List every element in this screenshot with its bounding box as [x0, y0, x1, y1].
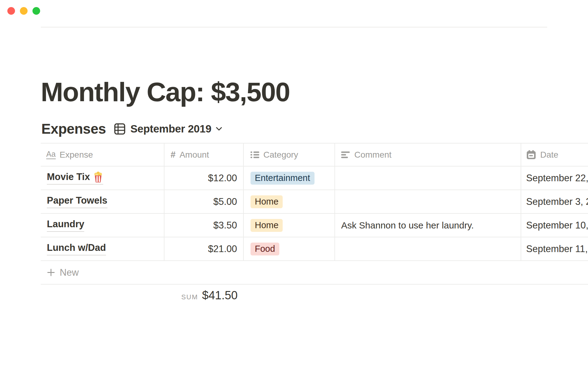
popcorn-emoji: [93, 171, 103, 182]
category-cell[interactable]: Food: [244, 237, 335, 260]
date-cell[interactable]: September 3, 2019: [521, 190, 588, 213]
topbar-divider: [41, 27, 547, 28]
expense-text: Movie Tix: [47, 171, 90, 182]
text-align-property-icon: [341, 151, 350, 159]
date-cell[interactable]: September 10, 2019: [521, 214, 588, 237]
expense-text: Paper Towels: [47, 195, 107, 206]
table-view-icon: [114, 123, 126, 135]
notion-window: Monthly Cap: $3,500 Expenses September 2…: [0, 0, 588, 368]
date-text: September 22, 2019: [526, 173, 588, 184]
category-cell[interactable]: Home: [244, 214, 335, 237]
category-cell[interactable]: Entertainment: [244, 167, 335, 190]
view-name: September 2019: [130, 123, 211, 135]
expense-cell[interactable]: Movie Tix: [41, 167, 164, 190]
zoom-button[interactable]: [32, 7, 40, 15]
new-row-label: New: [60, 267, 79, 278]
expense-title: Lunch w/Dad: [47, 242, 106, 255]
amount-value: $5.00: [213, 196, 237, 207]
column-label: Category: [263, 150, 298, 160]
column-header-comment[interactable]: Comment: [335, 144, 521, 166]
category-tag[interactable]: Entertainment: [251, 172, 315, 185]
date-text: September 3, 2019: [526, 196, 588, 207]
text-property-icon: Aa: [46, 150, 56, 159]
column-header-category[interactable]: Category: [244, 144, 335, 166]
window-controls: [7, 7, 40, 15]
select-property-icon: [251, 151, 259, 159]
table-header-row: Aa Expense # Amount Category: [41, 143, 588, 167]
chevron-down-icon: [216, 127, 222, 131]
comment-cell[interactable]: [335, 237, 521, 260]
amount-value: $21.00: [208, 243, 237, 255]
column-label: Expense: [60, 150, 93, 160]
plus-icon: [47, 268, 55, 277]
comment-cell[interactable]: [335, 190, 521, 213]
category-tag[interactable]: Home: [251, 195, 283, 208]
amount-cell[interactable]: $5.00: [164, 190, 244, 213]
column-header-date[interactable]: Date: [521, 144, 588, 166]
new-row-button[interactable]: New: [41, 261, 588, 285]
table-row: Movie Tix $12.00: [41, 167, 588, 190]
category-tag[interactable]: Food: [251, 243, 279, 255]
expense-title: Paper Towels: [47, 195, 107, 208]
close-button[interactable]: [7, 7, 15, 15]
calendar-property-icon: [526, 150, 536, 160]
table-row: Paper Towels $5.00 Home September 3, 201…: [41, 190, 588, 214]
expense-text: Lunch w/Dad: [47, 242, 106, 253]
date-cell[interactable]: September 11, 2019: [521, 237, 588, 260]
column-header-amount[interactable]: # Amount: [164, 144, 244, 166]
page-title[interactable]: Monthly Cap: $3,500: [41, 77, 290, 107]
expenses-table: Aa Expense # Amount Category: [41, 143, 588, 302]
column-header-expense[interactable]: Aa Expense: [41, 144, 164, 166]
column-label: Amount: [179, 150, 209, 160]
column-label: Comment: [354, 150, 391, 160]
table-row: Lunch w/Dad $21.00 Food September 11, 20…: [41, 237, 588, 261]
sum-value[interactable]: $41.50: [202, 289, 238, 302]
amount-cell[interactable]: $12.00: [164, 167, 244, 190]
number-property-icon: #: [171, 150, 175, 159]
expense-cell[interactable]: Paper Towels: [41, 190, 164, 213]
expense-title: Laundry: [47, 219, 84, 232]
amount-cell[interactable]: $21.00: [164, 237, 244, 260]
comment-cell[interactable]: [335, 167, 521, 190]
expense-text: Laundry: [47, 219, 84, 230]
amount-cell[interactable]: $3.50: [164, 214, 244, 237]
category-cell[interactable]: Home: [244, 190, 335, 213]
sum-label[interactable]: SUM: [181, 293, 198, 301]
expense-cell[interactable]: Lunch w/Dad: [41, 237, 164, 260]
amount-value: $3.50: [213, 220, 237, 231]
date-text: September 11, 2019: [526, 243, 588, 255]
view-switcher[interactable]: September 2019: [114, 123, 222, 135]
collection-header: Expenses September 2019: [41, 121, 222, 137]
calc-row: SUM $41.50: [41, 289, 244, 302]
expense-cell[interactable]: Laundry: [41, 214, 164, 237]
date-cell[interactable]: September 22, 2019: [521, 167, 588, 190]
table-row: Laundry $3.50 Home Ask Shannon to use he…: [41, 214, 588, 237]
comment-cell[interactable]: Ask Shannon to use her laundry.: [335, 214, 521, 237]
category-tag[interactable]: Home: [251, 219, 283, 232]
minimize-button[interactable]: [20, 7, 28, 15]
expense-title: Movie Tix: [47, 171, 103, 185]
amount-value: $12.00: [208, 173, 237, 184]
collection-title[interactable]: Expenses: [41, 121, 106, 137]
comment-text: Ask Shannon to use her laundry.: [341, 220, 474, 231]
column-label: Date: [540, 150, 558, 160]
date-text: September 10, 2019: [526, 220, 588, 231]
